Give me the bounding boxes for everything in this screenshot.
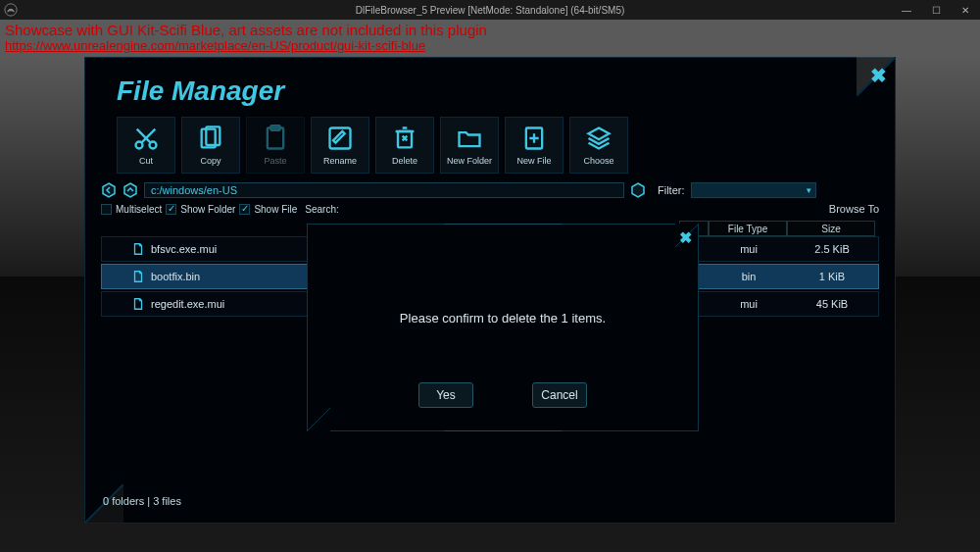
multiselect-checkbox[interactable] <box>101 204 112 215</box>
filter-label: Filter: <box>658 184 685 196</box>
new-folder-button[interactable]: New Folder <box>440 117 499 174</box>
window-close-button[interactable]: ✕ <box>951 0 980 20</box>
layers-icon <box>585 125 612 152</box>
window-titlebar: DlFileBrowser_5 Preview [NetMode: Standa… <box>0 0 980 20</box>
file-icon <box>131 297 145 311</box>
showcase-overlay: Showcase with GUI Kit-Scifi Blue, art as… <box>5 22 487 53</box>
file-type: mui <box>710 298 788 310</box>
file-icon <box>131 270 145 283</box>
show-folder-label: Show Folder <box>180 204 235 215</box>
show-folder-checkbox[interactable] <box>166 204 176 215</box>
dialog-decoration <box>444 224 562 227</box>
file-size: 45 KiB <box>788 298 876 310</box>
nav-up-button[interactable] <box>122 182 138 198</box>
confirm-dialog: ✖ Please confirm to delete the 1 items. … <box>307 224 699 431</box>
nav-back-button[interactable] <box>101 182 117 198</box>
new-file-button[interactable]: New File <box>505 117 564 174</box>
filter-select[interactable]: ▾ <box>691 182 816 198</box>
yes-button[interactable]: Yes <box>418 382 473 408</box>
delete-button[interactable]: Delete <box>375 117 434 174</box>
file-size: 2.5 KiB <box>788 243 876 255</box>
browse-to-button[interactable]: Browse To <box>829 203 879 215</box>
dialog-close-button[interactable]: ✖ <box>679 228 692 247</box>
panel-close-button[interactable]: ✖ <box>870 64 887 87</box>
delete-label: Delete <box>392 156 417 166</box>
pencil-icon <box>326 125 354 152</box>
dialog-message: Please confirm to delete the 1 items. <box>308 311 698 326</box>
trash-icon <box>391 125 418 152</box>
chevron-down-icon: ▾ <box>807 185 811 195</box>
new-folder-label: New Folder <box>447 156 492 166</box>
path-input[interactable] <box>144 182 624 198</box>
new-file-label: New File <box>516 156 551 166</box>
copy-label: Copy <box>200 156 220 166</box>
multiselect-label: Multiselect <box>116 204 162 215</box>
show-file-label: Show File <box>254 204 297 215</box>
svg-marker-12 <box>632 183 644 197</box>
file-type: bin <box>710 271 788 282</box>
panel-title: File Manager <box>117 75 284 106</box>
table-header: 19 File Type Size <box>679 221 875 236</box>
clipboard-icon <box>262 125 289 152</box>
file-size: 1 KiB <box>788 271 876 282</box>
status-bar: 0 folders | 3 files <box>103 495 181 507</box>
column-size[interactable]: Size <box>787 221 875 236</box>
rename-button[interactable]: Rename <box>311 117 369 174</box>
column-filetype[interactable]: File Type <box>709 221 787 236</box>
copy-icon <box>197 125 224 152</box>
scissors-icon <box>132 125 160 152</box>
rename-label: Rename <box>323 156 357 166</box>
panel-header: File Manager <box>85 58 895 117</box>
file-icon <box>131 242 145 256</box>
choose-button[interactable]: Choose <box>569 117 628 174</box>
search-label: Search: <box>305 204 338 215</box>
unreal-logo-icon <box>4 3 18 17</box>
paste-label: Paste <box>264 156 286 166</box>
cancel-button[interactable]: Cancel <box>532 382 587 408</box>
path-row: Filter: ▾ <box>85 181 895 199</box>
choose-label: Choose <box>583 156 613 166</box>
options-row: Multiselect Show Folder Show File Search… <box>85 199 895 217</box>
file-plus-icon <box>520 125 548 152</box>
dialog-actions: Yes Cancel <box>308 382 698 408</box>
file-type: mui <box>710 243 788 255</box>
showcase-link[interactable]: https://www.unrealengine.com/marketplace… <box>5 38 487 53</box>
toolbar: Cut Copy Paste Rename Delete New Folder … <box>85 117 895 181</box>
cut-button[interactable]: Cut <box>117 117 175 174</box>
window-maximize-button[interactable]: ☐ <box>921 0 951 20</box>
show-file-checkbox[interactable] <box>239 204 250 215</box>
paste-button[interactable]: Paste <box>246 117 305 174</box>
dialog-corner-decoration <box>307 408 330 431</box>
cut-label: Cut <box>139 156 153 166</box>
window-minimize-button[interactable]: — <box>892 0 921 20</box>
window-title: DlFileBrowser_5 Preview [NetMode: Standa… <box>356 5 625 16</box>
svg-marker-10 <box>103 183 115 197</box>
showcase-text: Showcase with GUI Kit-Scifi Blue, art as… <box>5 22 487 38</box>
dialog-decoration <box>444 427 562 431</box>
svg-marker-11 <box>124 183 136 197</box>
copy-button[interactable]: Copy <box>181 117 240 174</box>
folder-icon <box>456 125 483 152</box>
filter-settings-button[interactable] <box>630 182 646 198</box>
